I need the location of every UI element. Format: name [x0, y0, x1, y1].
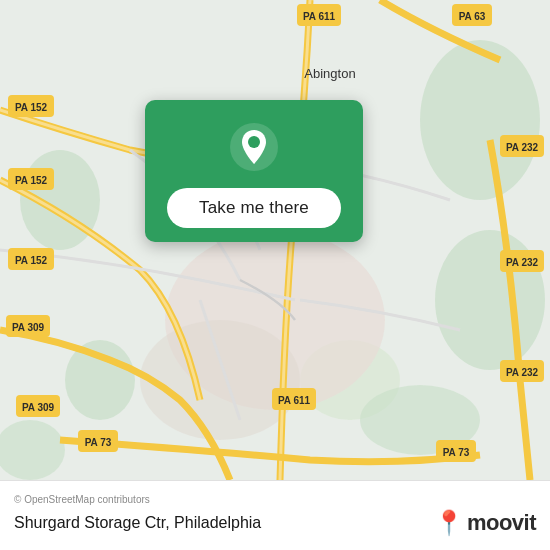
svg-text:PA 152: PA 152 [15, 255, 48, 266]
svg-point-38 [248, 136, 260, 148]
popup-card: Take me there [145, 100, 363, 242]
svg-text:PA 73: PA 73 [443, 447, 470, 458]
svg-text:PA 309: PA 309 [22, 402, 55, 413]
map-container: PA 152 PA 152 PA 152 PA 611 PA 611 PA 63… [0, 0, 550, 480]
location-name: Shurgard Storage Ctr, Philadelphia [14, 514, 261, 532]
svg-text:PA 611: PA 611 [278, 395, 311, 406]
svg-text:PA 232: PA 232 [506, 257, 539, 268]
svg-text:Abington: Abington [304, 66, 355, 81]
bottom-bar: © OpenStreetMap contributors Shurgard St… [0, 480, 550, 550]
svg-text:PA 63: PA 63 [459, 11, 486, 22]
svg-text:PA 73: PA 73 [85, 437, 112, 448]
svg-text:PA 152: PA 152 [15, 102, 48, 113]
svg-text:PA 232: PA 232 [506, 142, 539, 153]
moovit-brand-text: moovit [467, 510, 536, 536]
svg-point-1 [420, 40, 540, 200]
moovit-logo: 📍 moovit [434, 509, 536, 537]
location-pin-icon [229, 122, 279, 172]
take-me-there-button[interactable]: Take me there [167, 188, 341, 228]
attribution-text: © OpenStreetMap contributors [14, 494, 536, 505]
location-row: Shurgard Storage Ctr, Philadelphia 📍 moo… [14, 509, 536, 537]
svg-text:PA 232: PA 232 [506, 367, 539, 378]
svg-text:PA 309: PA 309 [12, 322, 45, 333]
svg-text:PA 152: PA 152 [15, 175, 48, 186]
svg-point-9 [140, 320, 300, 440]
svg-text:PA 611: PA 611 [303, 11, 336, 22]
moovit-pin-icon: 📍 [434, 509, 464, 537]
svg-point-4 [65, 340, 135, 420]
